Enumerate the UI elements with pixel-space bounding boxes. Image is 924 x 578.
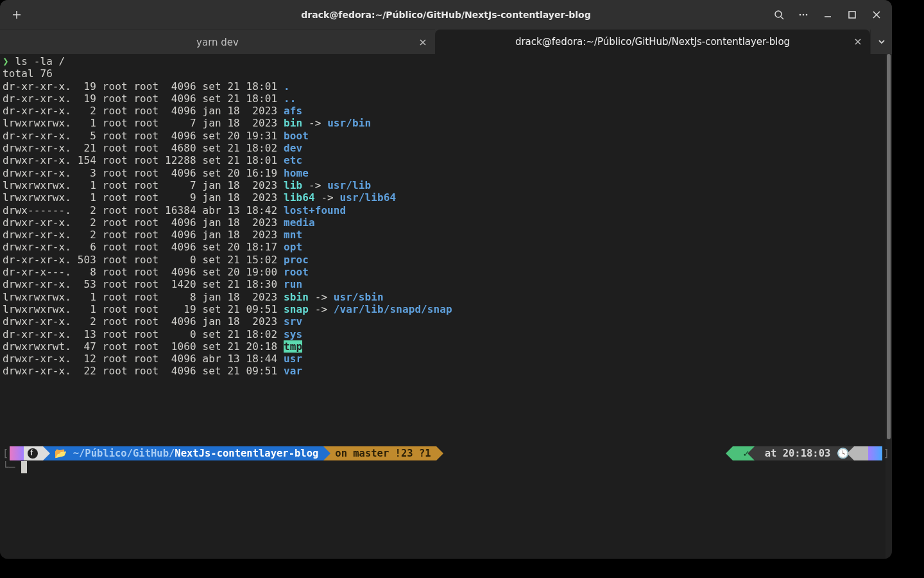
folder-icon: 📂 — [55, 448, 67, 459]
title-bar: drack@fedora:~/Público/GitHub/NextJs-con… — [0, 0, 892, 30]
path-segment: 📂 ~/Público/GitHub/NextJs-contentlayer-b… — [43, 446, 323, 460]
terminal-output: ❯ ls -la /total 76dr-xr-xr-x. 19 root ro… — [3, 55, 886, 557]
vertical-scrollbar[interactable] — [886, 54, 892, 559]
terminal-window: drack@fedora:~/Público/GitHub/NextJs-con… — [0, 0, 892, 559]
menu-button[interactable] — [792, 4, 815, 26]
maximize-button[interactable] — [841, 4, 864, 26]
tab-bar: yarn dev drack@fedora:~/Público/GitHub/N… — [0, 30, 892, 54]
cursor — [21, 461, 27, 473]
svg-point-0 — [775, 11, 782, 17]
close-window-button[interactable] — [865, 4, 888, 26]
tab-2[interactable]: drack@fedora:~/Público/GitHub/NextJs-con… — [435, 30, 870, 54]
svg-point-3 — [806, 14, 808, 16]
new-tab-button[interactable] — [5, 4, 28, 26]
tab-overflow-button[interactable] — [870, 30, 892, 54]
os-segment — [24, 446, 43, 460]
git-text: on master !23 ?1 — [335, 448, 431, 459]
prompt-statusline: [ 📂 ~/Público/GitHub/NextJs-contentlayer… — [3, 446, 889, 461]
tab-label: yarn dev — [0, 37, 435, 48]
tab-close-icon[interactable] — [417, 37, 429, 48]
tab-label: drack@fedora:~/Público/GitHub/NextJs-con… — [435, 36, 870, 48]
svg-rect-4 — [849, 12, 855, 18]
window-title: drack@fedora:~/Público/GitHub/NextJs-con… — [0, 10, 892, 20]
tab-close-icon[interactable] — [852, 36, 864, 48]
svg-point-1 — [800, 14, 801, 16]
search-button[interactable] — [767, 4, 791, 26]
terminal-viewport[interactable]: ❯ ls -la /total 76dr-xr-xr-x. 19 root ro… — [0, 54, 892, 559]
time-text: at 20:18:03 — [765, 448, 837, 459]
scrollbar-thumb[interactable] — [887, 54, 891, 439]
fedora-icon — [28, 448, 38, 459]
minimize-button[interactable] — [816, 4, 839, 26]
git-segment: on master !23 ?1 — [323, 446, 436, 460]
path-repo: NextJs-contentlayer-blog — [175, 448, 318, 459]
path-prefix: ~/Público/GitHub/ — [73, 448, 175, 459]
time-segment: at 20:18:03 🕓 — [755, 446, 854, 460]
tab-1[interactable]: yarn dev — [0, 30, 435, 54]
prompt-cursor-row[interactable]: └─ — [3, 461, 27, 473]
svg-point-2 — [803, 14, 805, 16]
status-end-segment — [854, 446, 868, 460]
